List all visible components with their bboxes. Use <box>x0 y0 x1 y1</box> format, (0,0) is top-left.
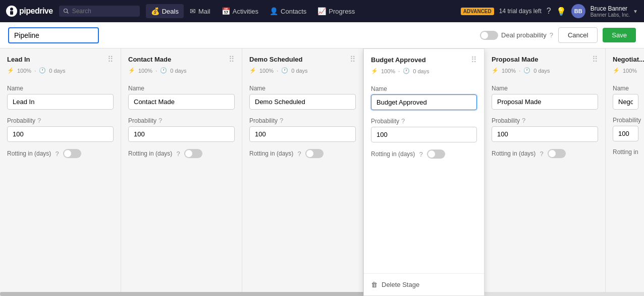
negotiation-rotting-label: Rotting in <box>613 149 638 156</box>
demo-prob-help-icon[interactable]: ? <box>280 117 283 124</box>
demo-clock-icon: 🕐 <box>281 67 288 74</box>
demo-name-group: Name <box>249 85 356 110</box>
stage-negotiation-title: Negotiat... <box>613 56 644 63</box>
stage-contact-made-meta: ⚡ 100% · 🕐 0 days <box>121 67 242 79</box>
budget-clock-icon: 🕐 <box>403 68 410 74</box>
contact-made-rotting-help-icon[interactable]: ? <box>176 150 180 158</box>
lead-in-name-input[interactable] <box>7 94 114 110</box>
user-info[interactable]: Bruce Banner Banner Labs, Inc. ▼ <box>591 5 638 18</box>
demo-rotting-label: Rotting in (days) ? <box>249 149 356 158</box>
negotiation-probability-input[interactable] <box>613 126 638 141</box>
pipeline-name-input[interactable] <box>8 27 99 43</box>
stage-proposal-made-drag-handle[interactable]: ⠿ <box>592 55 598 64</box>
demo-probability-label: Probability ? <box>249 117 356 124</box>
proposal-probability-label: Probability ? <box>492 117 598 124</box>
delete-stage-button[interactable]: 🗑 Delete Stage <box>364 273 484 295</box>
contact-made-clock-icon: 🕐 <box>160 67 167 74</box>
search-box[interactable] <box>59 6 140 17</box>
demo-rotting-help-icon[interactable]: ? <box>297 150 301 158</box>
contact-made-prob: 100% <box>138 68 152 74</box>
negotiation-name-group: Name <box>613 85 638 110</box>
trial-badge: ADVANCED <box>461 8 494 15</box>
deal-probability-toggle[interactable] <box>480 31 498 40</box>
user-company: Banner Labs, Inc. <box>591 12 630 18</box>
nav-activities[interactable]: 📅 Activities <box>217 4 263 18</box>
negotiation-prob: 100% <box>623 68 637 74</box>
cancel-button[interactable]: Cancel <box>558 27 598 43</box>
contact-made-name-input[interactable] <box>128 94 235 110</box>
budget-prob-help-icon[interactable]: ? <box>401 117 405 125</box>
nav-contacts-label: Contacts <box>281 8 306 15</box>
nav-contacts[interactable]: 👤 Contacts <box>264 4 311 18</box>
stage-negotiation-meta: ⚡ 100% <box>606 67 644 79</box>
help-icon[interactable]: ? <box>547 7 551 16</box>
lead-in-name-group: Name <box>7 85 114 110</box>
proposal-probability-input[interactable] <box>492 126 598 142</box>
stage-lead-in-title: Lead In <box>7 56 103 63</box>
lead-in-rotting-toggle[interactable] <box>63 149 81 158</box>
contact-made-rotting-label: Rotting in (days) ? <box>128 149 235 158</box>
stage-lead-in-form: Name Probability ? Rotting in (days) ? <box>0 79 121 171</box>
user-dropdown-icon[interactable]: ▼ <box>633 9 638 14</box>
user-name: Bruce Banner <box>591 5 630 12</box>
demo-days: 0 days <box>291 68 307 74</box>
proposal-prob: 100% <box>502 68 516 74</box>
bulb-icon[interactable]: 💡 <box>556 7 566 16</box>
lead-in-prob: 100% <box>17 68 31 74</box>
stage-demo-scheduled-drag-handle[interactable]: ⠿ <box>350 55 356 64</box>
contact-made-prob-help-icon[interactable]: ? <box>158 117 162 124</box>
negotiation-probability-label: Probability <box>613 117 638 124</box>
stage-lead-in-drag-handle[interactable]: ⠿ <box>108 55 114 64</box>
scrollbar-thumb[interactable] <box>0 292 387 296</box>
proposal-rotting-toggle[interactable] <box>548 149 566 158</box>
lead-in-probability-input[interactable] <box>7 126 114 142</box>
nav-mail[interactable]: ✉ Mail <box>185 4 216 18</box>
budget-name-input[interactable] <box>371 94 477 110</box>
budget-probability-input[interactable] <box>371 127 477 142</box>
stage-lead-in-header: Lead In ⠿ <box>0 48 121 67</box>
proposal-rotting-help-icon[interactable]: ? <box>540 150 543 158</box>
contact-made-probability-input[interactable] <box>128 126 235 142</box>
stage-contact-made-drag-handle[interactable]: ⠿ <box>229 55 235 64</box>
budget-rotting-help-icon[interactable]: ? <box>419 151 422 158</box>
nav-deals[interactable]: 💰 Deals <box>146 4 184 18</box>
search-input[interactable] <box>72 8 128 15</box>
contact-made-prob-icon: ⚡ <box>128 67 135 74</box>
svg-line-4 <box>67 12 68 14</box>
demo-probability-input[interactable] <box>249 126 356 142</box>
nav-progress-label: Progress <box>329 8 355 15</box>
contact-made-prob-group: Probability ? <box>128 117 235 142</box>
stage-budget-approved-form: Name Probability ? Rotting in (days) ? <box>364 79 484 182</box>
proposal-name-input[interactable] <box>492 94 598 110</box>
lead-in-prob-help-icon[interactable]: ? <box>37 117 41 124</box>
demo-rotting-toggle[interactable] <box>305 149 324 158</box>
deal-probability-help-icon[interactable]: ? <box>550 31 553 39</box>
stage-budget-approved-title: Budget Approved <box>371 56 467 64</box>
contact-made-rotting-toggle[interactable] <box>184 149 202 158</box>
mail-icon: ✉ <box>190 7 196 15</box>
budget-prob: 100% <box>381 68 395 74</box>
stage-lead-in: Lead In ⠿ ⚡ 100% · 🕐 0 days Name Probabi… <box>0 48 121 296</box>
trial-text: 14 trial days left <box>499 8 542 15</box>
nav-progress[interactable]: 📈 Progress <box>312 4 360 18</box>
stage-budget-approved: Budget Approved ⠿ ⚡ 100% · 🕐 0 days Name… <box>363 48 485 296</box>
budget-prob-group: Probability ? <box>371 117 477 142</box>
contact-made-probability-label: Probability ? <box>128 117 235 124</box>
stage-demo-scheduled-meta: ⚡ 100% · 🕐 0 days <box>242 67 363 79</box>
negotiation-name-input[interactable] <box>613 94 638 110</box>
save-button[interactable]: Save <box>603 28 636 42</box>
deals-icon: 💰 <box>151 7 159 15</box>
lead-in-rotting-label: Rotting in (days) ? <box>7 149 114 158</box>
avatar[interactable]: BB <box>571 4 585 18</box>
lead-in-rotting-help-icon[interactable]: ? <box>55 150 59 158</box>
top-navigation: pipedrive 💰 Deals ✉ Mail 📅 Activities 👤 … <box>0 0 644 22</box>
budget-rotting-toggle[interactable] <box>427 150 445 159</box>
negotiation-name-label: Name <box>613 85 638 92</box>
proposal-prob-help-icon[interactable]: ? <box>522 117 525 124</box>
stage-budget-approved-drag-handle[interactable]: ⠿ <box>471 55 477 65</box>
demo-name-input[interactable] <box>249 94 356 110</box>
lead-in-clock-icon: 🕐 <box>39 67 46 74</box>
lead-in-rotting-group: Rotting in (days) ? <box>7 149 114 158</box>
horizontal-scrollbar[interactable] <box>0 292 644 296</box>
deal-probability-toggle-row: Deal probability ? <box>480 31 553 40</box>
